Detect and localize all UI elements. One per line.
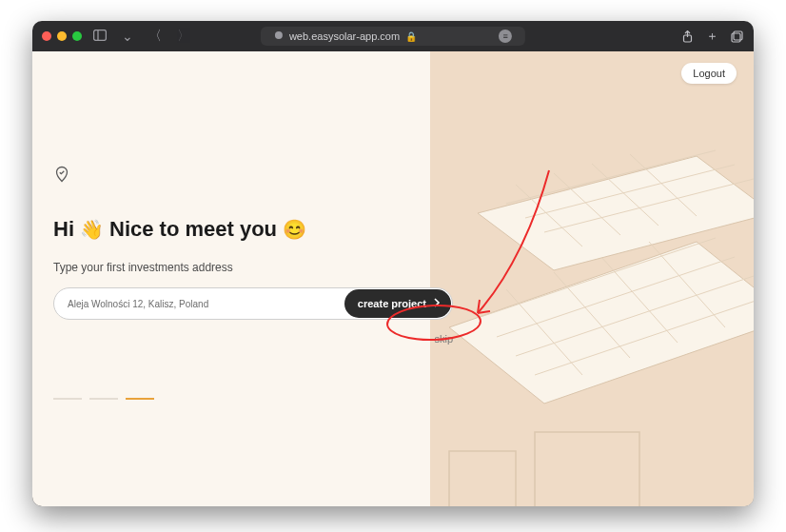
- greeting-heading: Hi 👋 Nice to meet you 😊: [53, 217, 462, 242]
- tabs-overview-icon[interactable]: [729, 29, 744, 44]
- svg-point-2: [275, 31, 283, 39]
- create-project-label: create project: [358, 298, 426, 309]
- progress-step-1: [53, 398, 82, 400]
- address-bar[interactable]: web.easysolar-app.com 🔒 ≡: [261, 27, 525, 46]
- skip-label: skip: [434, 333, 453, 345]
- svg-marker-6: [478, 156, 754, 270]
- url-text: web.easysolar-app.com: [289, 30, 400, 42]
- close-window-button[interactable]: [42, 31, 51, 41]
- greeting-pre: Hi: [53, 217, 74, 242]
- svg-rect-5: [734, 31, 742, 40]
- create-project-button[interactable]: create project: [344, 289, 451, 318]
- svg-rect-0: [94, 30, 107, 41]
- reader-mode-icon[interactable]: ≡: [499, 30, 512, 43]
- progress-step-2: [89, 398, 118, 400]
- address-input-row: create project: [53, 287, 453, 320]
- browser-toolbar: ⌄ 〈 〉 web.easysolar-app.com 🔒 ≡ ＋: [32, 21, 754, 51]
- skip-link[interactable]: skip: [53, 333, 453, 345]
- browser-window: ⌄ 〈 〉 web.easysolar-app.com 🔒 ≡ ＋: [32, 21, 754, 506]
- progress-step-3: [126, 398, 154, 400]
- greeting-post: Nice to meet you: [109, 217, 277, 242]
- logout-button[interactable]: Logout: [681, 63, 737, 84]
- back-button[interactable]: 〈: [145, 28, 166, 45]
- location-check-icon: [53, 166, 70, 183]
- forward-button[interactable]: 〉: [173, 28, 194, 45]
- minimize-window-button[interactable]: [57, 31, 67, 41]
- decorative-illustration: [430, 51, 754, 506]
- chevron-down-icon[interactable]: ⌄: [118, 29, 137, 44]
- wave-emoji-icon: 👋: [80, 220, 104, 239]
- ssl-lock-icon: [274, 30, 284, 42]
- logout-label: Logout: [693, 68, 725, 79]
- padlock-icon: 🔒: [405, 31, 417, 42]
- page-viewport: Logout Hi 👋 Nice to meet you 😊 Type your…: [32, 51, 754, 506]
- share-icon[interactable]: [679, 29, 695, 44]
- subtitle-text: Type your first investments address: [53, 261, 462, 274]
- window-controls: [42, 31, 82, 41]
- onboarding-panel: Hi 👋 Nice to meet you 😊 Type your first …: [53, 51, 462, 506]
- chevron-right-icon: [432, 297, 442, 310]
- sidebar-toggle-icon[interactable]: [89, 29, 110, 44]
- svg-rect-4: [732, 33, 740, 42]
- svg-rect-24: [535, 432, 639, 506]
- new-tab-icon[interactable]: ＋: [704, 29, 719, 44]
- progress-indicator: [53, 398, 154, 400]
- fullscreen-window-button[interactable]: [72, 31, 82, 41]
- smile-emoji-icon: 😊: [283, 220, 306, 239]
